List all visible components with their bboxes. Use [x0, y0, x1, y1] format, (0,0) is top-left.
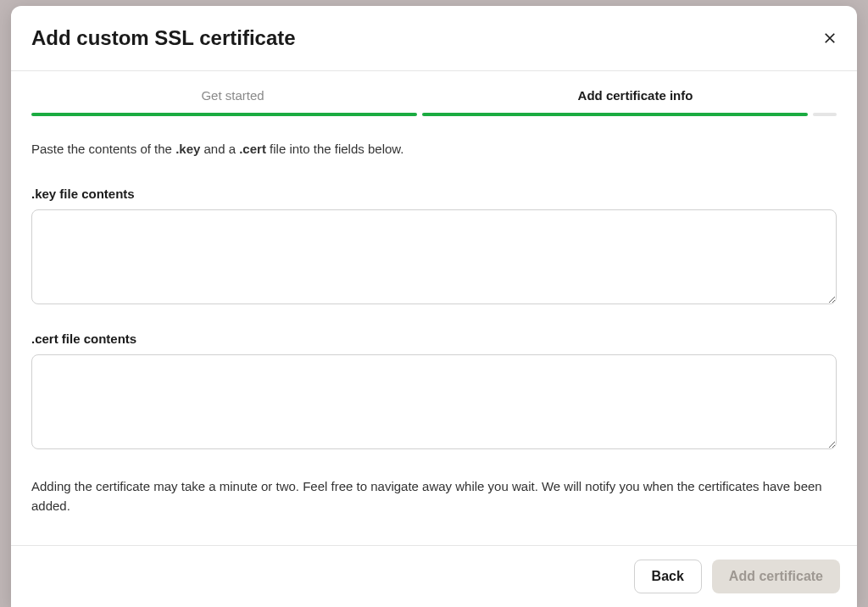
- stepper: Get started Add certificate info: [31, 88, 837, 113]
- key-file-field-group: .key file contents: [31, 187, 837, 308]
- key-file-label: .key file contents: [31, 187, 837, 201]
- instr-key-bold: .key: [175, 142, 200, 156]
- stepper-step-get-started: Get started: [31, 88, 434, 113]
- modal-footer: Back Add certificate: [11, 545, 857, 607]
- cert-file-field-group: .cert file contents: [31, 331, 837, 453]
- instr-part: Paste the contents of the: [31, 142, 175, 156]
- modal-body: Get started Add certificate info Paste t…: [11, 71, 857, 545]
- modal-title: Add custom SSL certificate: [31, 26, 296, 50]
- progress-segment-1: [31, 113, 417, 116]
- progress-bar: [31, 113, 837, 116]
- progress-segment-tail: [813, 113, 837, 116]
- back-button[interactable]: Back: [634, 560, 702, 593]
- add-ssl-cert-modal: Add custom SSL certificate Get started A…: [11, 6, 857, 607]
- modal-header: Add custom SSL certificate: [11, 6, 857, 71]
- instructions-text: Paste the contents of the .key and a .ce…: [31, 140, 837, 159]
- key-file-textarea[interactable]: [31, 209, 837, 304]
- add-certificate-button[interactable]: Add certificate: [712, 560, 840, 593]
- progress-segment-2: [422, 113, 808, 116]
- close-icon[interactable]: [823, 31, 837, 45]
- stepper-step-add-certificate-info: Add certificate info: [434, 88, 837, 113]
- notice-text: Adding the certificate may take a minute…: [31, 476, 837, 516]
- instr-cert-bold: .cert: [239, 142, 266, 156]
- instr-part: file into the fields below.: [266, 142, 404, 156]
- cert-file-label: .cert file contents: [31, 331, 837, 346]
- cert-file-textarea[interactable]: [31, 354, 837, 449]
- instr-part: and a: [200, 142, 239, 156]
